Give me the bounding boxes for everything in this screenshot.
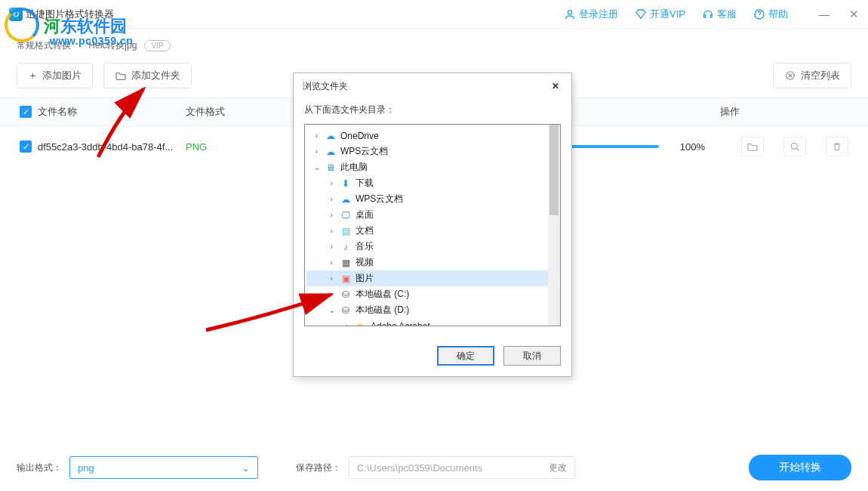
tree-item-wps[interactable]: ›☁WPS云文档 [306, 144, 559, 159]
add-folder-button[interactable]: 添加文件夹 [103, 63, 192, 88]
login-link[interactable]: 登录注册 [564, 8, 618, 21]
output-format-select[interactable]: png ⌄ [69, 456, 258, 479]
row-checkbox[interactable]: ✓ [20, 141, 32, 153]
delete-button[interactable] [826, 137, 848, 156]
open-folder-button[interactable] [741, 137, 764, 156]
tree-item-documents[interactable]: ›▤文档 [306, 223, 559, 239]
dialog-cancel-button[interactable]: 取消 [503, 346, 561, 366]
dialog-title: 浏览文件夹 [303, 80, 348, 93]
col-ops: 操作 [720, 105, 848, 119]
folder-tree[interactable]: ›☁OneDrive ›☁WPS云文档 ⌄🖥此电脑 ›⬇下载 ›☁WPS云文档 … [304, 124, 561, 326]
close-button[interactable]: ✕ [849, 8, 859, 21]
crumb-a[interactable]: 常规格式转换 [17, 39, 71, 52]
dialog-close-button[interactable]: ✕ [549, 79, 562, 93]
minimize-button[interactable]: — [818, 8, 830, 21]
customer-service-link[interactable]: 客服 [702, 8, 737, 21]
vip-chip: VIP [144, 40, 170, 51]
open-vip-link[interactable]: 开通VIP [635, 8, 685, 21]
tree-item-music[interactable]: ›♪音乐 [306, 239, 559, 255]
crumb-sep: · [78, 41, 81, 51]
tree-item-thispc[interactable]: ⌄🖥此电脑 [306, 159, 559, 175]
help-icon [753, 8, 765, 20]
titlebar: 迅捷图片格式转换器 登录注册 开通VIP 客服 帮助 — [0, 0, 868, 29]
login-label: 登录注册 [579, 8, 618, 21]
add-image-label: 添加图片 [42, 69, 82, 82]
svg-point-3 [791, 143, 797, 149]
tree-item-videos[interactable]: ›▦视频 [306, 255, 559, 270]
dialog-ok-button[interactable]: 确定 [437, 346, 494, 366]
start-convert-button[interactable]: 开始转换 [749, 455, 851, 480]
diamond-icon [635, 8, 647, 20]
clear-list-label: 清空列表 [801, 69, 840, 82]
row-percent: 100% [680, 141, 705, 153]
add-image-button[interactable]: ＋ 添加图片 [17, 63, 93, 88]
service-label: 客服 [717, 8, 737, 21]
folder-icon [115, 69, 127, 82]
dialog-subtitle: 从下面选文件夹目录： [294, 99, 571, 124]
browse-folder-dialog: 浏览文件夹 ✕ 从下面选文件夹目录： ›☁OneDrive ›☁WPS云文档 ⌄… [293, 73, 572, 377]
change-path-button[interactable]: 更改 [549, 462, 567, 474]
save-path-label: 保存路径： [296, 462, 341, 474]
help-link[interactable]: 帮助 [753, 8, 788, 21]
clear-list-button[interactable]: 清空列表 [773, 63, 851, 88]
breadcrumb: 常规格式转换 · Heic转换jpg VIP [0, 29, 868, 60]
save-path-field[interactable]: C:\Users\pc0359\Documents 更改 [349, 456, 575, 479]
add-folder-label: 添加文件夹 [131, 69, 180, 82]
plus-icon: ＋ [28, 69, 38, 82]
tree-item-diskc[interactable]: ›⛁本地磁盘 (C:) [306, 286, 559, 302]
crumb-b[interactable]: Heic转换jpg [88, 39, 137, 52]
preview-button[interactable] [783, 137, 806, 156]
save-path-value: C:\Users\pc0359\Documents [357, 462, 482, 474]
tree-item-pictures[interactable]: ›▣图片 [306, 270, 559, 286]
headset-icon [702, 8, 714, 20]
output-format-value: png [78, 462, 94, 474]
footer: 输出格式： png ⌄ 保存路径： C:\Users\pc0359\Docume… [17, 455, 851, 480]
row-filename: df55c2a3-3ddb-4bd4-ba78-4f... [38, 141, 173, 153]
tree-item-downloads[interactable]: ›⬇下载 [306, 175, 559, 191]
help-label: 帮助 [768, 8, 788, 21]
tree-scrollbar[interactable] [548, 125, 560, 326]
tree-item-diskd[interactable]: ⌄⛁本地磁盘 (D:) [306, 302, 559, 318]
vip-label: 开通VIP [650, 8, 685, 21]
app-logo-icon [9, 8, 23, 21]
tree-item-wps2[interactable]: ›☁WPS云文档 [306, 191, 559, 207]
tree-item-onedrive[interactable]: ›☁OneDrive [306, 128, 559, 144]
app-title: 迅捷图片格式转换器 [26, 8, 114, 21]
select-all-checkbox[interactable]: ✓ [20, 106, 32, 118]
clear-icon [784, 69, 796, 82]
output-format-label: 输出格式： [17, 462, 62, 474]
svg-point-0 [568, 10, 571, 14]
user-icon [564, 8, 576, 20]
tree-item-desktop[interactable]: ›🖵桌面 [306, 207, 559, 223]
chevron-down-icon: ⌄ [242, 462, 250, 474]
tree-item-adobe[interactable]: ›🗀Adobe Acrobat [306, 318, 559, 326]
col-filename: 文件名称 [38, 105, 77, 119]
